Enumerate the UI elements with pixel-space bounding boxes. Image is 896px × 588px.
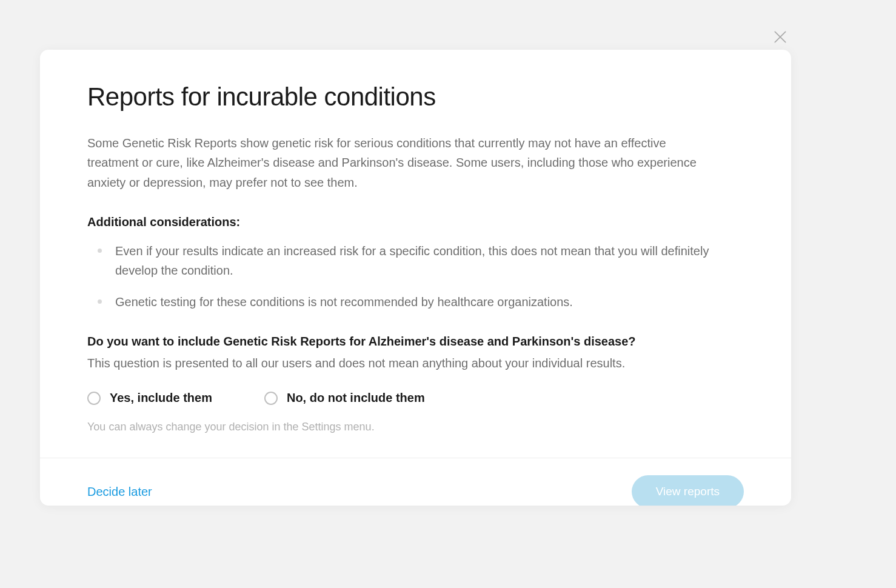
- question-note: This question is presented to all our us…: [87, 353, 744, 373]
- change-note: You can always change your decision in t…: [87, 421, 744, 433]
- modal-footer: Decide later View reports: [40, 458, 791, 506]
- close-icon: [772, 36, 788, 47]
- option-yes[interactable]: Yes, include them: [87, 391, 212, 405]
- consideration-item: Genetic testing for these conditions is …: [87, 292, 718, 312]
- modal-dialog: Reports for incurable conditions Some Ge…: [40, 50, 791, 506]
- intro-paragraph: Some Genetic Risk Reports show genetic r…: [87, 133, 706, 192]
- considerations-list: Even if your results indicate an increas…: [87, 241, 744, 312]
- modal-body: Reports for incurable conditions Some Ge…: [40, 50, 791, 458]
- consideration-item: Even if your results indicate an increas…: [87, 241, 718, 280]
- decide-later-button[interactable]: Decide later: [87, 485, 152, 499]
- option-no-label: No, do not include them: [287, 391, 425, 405]
- considerations-heading: Additional considerations:: [87, 215, 744, 229]
- close-button[interactable]: [772, 29, 788, 45]
- option-no[interactable]: No, do not include them: [264, 391, 425, 405]
- question-text: Do you want to include Genetic Risk Repo…: [87, 335, 744, 349]
- option-yes-label: Yes, include them: [110, 391, 212, 405]
- radio-icon: [264, 392, 278, 405]
- radio-icon: [87, 392, 101, 405]
- view-reports-button[interactable]: View reports: [632, 475, 744, 506]
- page-title: Reports for incurable conditions: [87, 82, 744, 112]
- radio-group: Yes, include them No, do not include the…: [87, 391, 744, 405]
